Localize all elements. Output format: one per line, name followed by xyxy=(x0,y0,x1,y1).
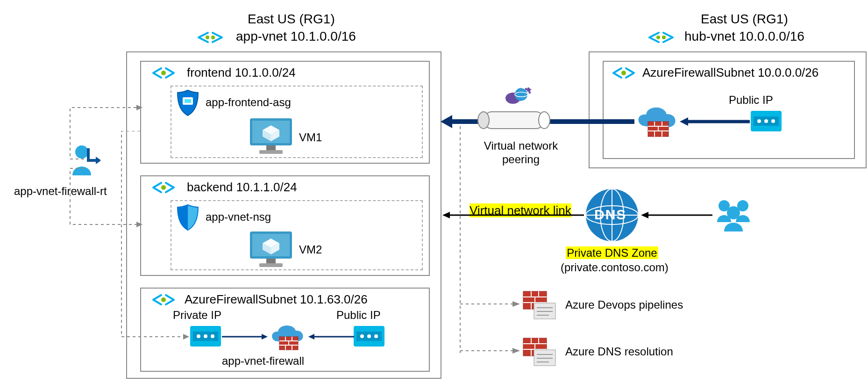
arrow-users-to-dns xyxy=(640,210,715,220)
right-region-label: East US (RG1) xyxy=(701,12,788,27)
svg-point-18 xyxy=(204,334,207,338)
dnsres-label: Azure DNS resolution xyxy=(565,345,673,358)
svg-marker-34 xyxy=(262,334,268,340)
svg-point-78 xyxy=(727,206,740,219)
svg-point-49 xyxy=(771,119,775,123)
right-vnet-label: hub-vnet 10.0.0.0/16 xyxy=(684,29,804,44)
left-fw-subnet-title: AzureFirewallSubnet 10.1.63.0/26 xyxy=(185,292,368,307)
arrow-private-to-fw xyxy=(222,332,269,341)
backend-nsg-label: app-vnet-nsg xyxy=(206,210,271,224)
svg-point-17 xyxy=(197,334,200,338)
vm1-label: VM1 xyxy=(299,131,322,144)
right-public-ip-icon xyxy=(750,110,783,132)
left-fw-public-ip-label: Public IP xyxy=(336,309,381,322)
svg-marker-59 xyxy=(680,117,688,126)
dns-text: DNS xyxy=(594,207,626,223)
backend-title: backend 10.1.1.0/24 xyxy=(187,180,297,195)
svg-rect-12 xyxy=(266,259,276,263)
users-icon xyxy=(712,196,754,234)
left-fw-name: app-vnet-firewall xyxy=(222,354,304,368)
subnet-icon xyxy=(149,64,178,82)
frontend-asg-label: app-frontend-asg xyxy=(206,96,291,109)
svg-rect-4 xyxy=(185,99,191,103)
dns-zone-label: Private DNS Zone (private.contoso.com) xyxy=(561,246,663,275)
svg-marker-36 xyxy=(308,334,314,340)
frontend-title: frontend 10.1.0.0/24 xyxy=(187,65,296,80)
svg-point-42 xyxy=(656,36,660,39)
right-public-ip-label: Public IP xyxy=(729,94,773,107)
svg-marker-106 xyxy=(512,348,520,354)
vnet-peering-icon xyxy=(647,28,675,47)
svg-point-48 xyxy=(764,119,768,123)
svg-point-44 xyxy=(621,71,626,75)
svg-marker-80 xyxy=(641,212,648,218)
svg-point-64 xyxy=(539,112,550,129)
firewall-icon xyxy=(266,320,308,353)
vm2-label: VM2 xyxy=(299,243,322,256)
vm-to-fw-dashed xyxy=(112,131,196,346)
svg-point-22 xyxy=(360,334,364,338)
right-dashed-connectors xyxy=(441,117,535,360)
svg-point-43 xyxy=(662,36,666,39)
arrow-public-to-fw xyxy=(308,332,355,341)
svg-point-2 xyxy=(161,71,166,75)
asg-shield-icon xyxy=(175,89,201,117)
firewall-icon xyxy=(633,103,680,140)
svg-marker-105 xyxy=(512,301,520,307)
devops-label: Azure Devops pipelines xyxy=(565,298,683,311)
svg-point-23 xyxy=(367,334,371,338)
svg-point-19 xyxy=(211,334,214,338)
subnet-icon xyxy=(610,64,638,82)
svg-point-1 xyxy=(211,36,215,39)
svg-point-0 xyxy=(206,36,209,39)
vm1-icon xyxy=(248,116,294,156)
global-peering-icon xyxy=(505,85,533,107)
left-fw-public-ip-icon xyxy=(353,325,385,347)
svg-rect-8 xyxy=(259,150,283,154)
svg-marker-41 xyxy=(183,334,189,340)
left-vnet-label: app-vnet 10.1.0.0/16 xyxy=(236,29,356,44)
svg-marker-39 xyxy=(136,105,142,110)
svg-point-47 xyxy=(757,119,761,123)
svg-rect-13 xyxy=(259,263,283,267)
vm2-icon xyxy=(248,229,294,269)
svg-point-24 xyxy=(374,334,378,338)
svg-rect-7 xyxy=(266,145,276,150)
right-fw-subnet-title: AzureFirewallSubnet 10.0.0.0/26 xyxy=(642,65,818,80)
vnet-peering-icon xyxy=(196,28,224,47)
arrow-pip-to-rfw xyxy=(680,117,752,126)
left-region-label: East US (RG1) xyxy=(248,12,335,27)
